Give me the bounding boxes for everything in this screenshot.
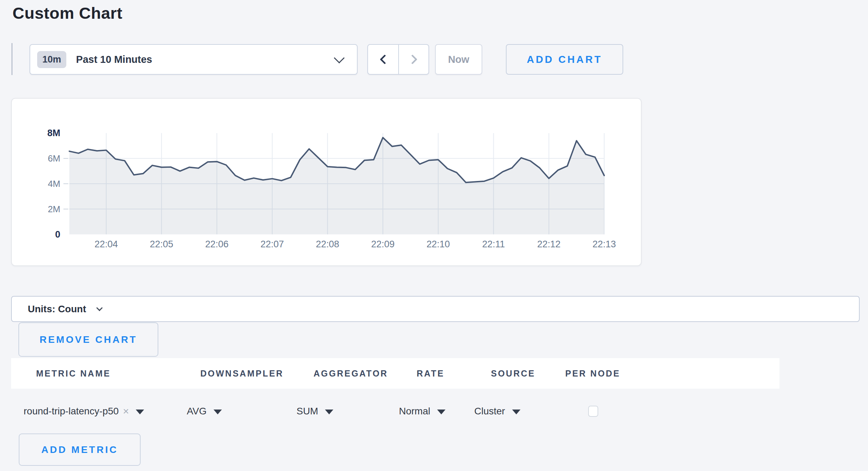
svg-text:6M: 6M — [48, 154, 60, 163]
time-range-badge: 10m — [37, 51, 66, 68]
chevron-down-icon — [96, 305, 102, 311]
column-header-downsampler: DOWNSAMPLER — [200, 369, 284, 379]
time-range-label: Past 10 Minutes — [76, 54, 152, 65]
now-button[interactable]: Now — [435, 44, 482, 75]
chevron-down-icon — [334, 52, 344, 63]
svg-text:22:11: 22:11 — [482, 239, 505, 250]
column-header-rate: RATE — [417, 369, 444, 379]
svg-text:22:05: 22:05 — [150, 239, 173, 250]
custom-chart-page: Custom Chart 10m Past 10 Minutes Now ADD… — [0, 0, 868, 471]
rate-dropdown[interactable]: Normal — [399, 406, 445, 417]
chevron-right-icon — [407, 55, 417, 64]
svg-text:22:12: 22:12 — [537, 239, 560, 250]
caret-down-icon — [512, 410, 520, 414]
chevron-left-icon — [379, 55, 389, 64]
metric-name-value: round-trip-latency-p50 — [24, 406, 119, 417]
caret-down-icon — [437, 410, 445, 414]
source-value: Cluster — [474, 406, 505, 417]
svg-text:22:10: 22:10 — [426, 239, 450, 250]
svg-text:22:13: 22:13 — [593, 239, 616, 250]
toolbar-divider — [11, 43, 12, 75]
svg-text:22:09: 22:09 — [371, 239, 394, 250]
table-row: round-trip-latency-p50 × AVG SUM Normal … — [11, 389, 868, 434]
aggregator-value: SUM — [297, 406, 318, 417]
metric-name-dropdown[interactable]: round-trip-latency-p50 × — [24, 406, 144, 417]
svg-text:8M: 8M — [47, 128, 60, 138]
column-header-per-node: PER NODE — [565, 369, 620, 379]
metrics-table-header: METRIC NAME DOWNSAMPLER AGGREGATOR RATE … — [11, 358, 779, 389]
svg-text:22:06: 22:06 — [205, 239, 228, 250]
caret-down-icon — [325, 410, 333, 414]
svg-text:22:08: 22:08 — [316, 239, 339, 250]
page-title: Custom Chart — [12, 3, 123, 23]
column-header-metric-name: METRIC NAME — [36, 369, 111, 379]
column-header-aggregator: AGGREGATOR — [314, 369, 388, 379]
svg-text:2M: 2M — [48, 204, 60, 214]
time-nav-group — [367, 44, 429, 75]
time-forward-button[interactable] — [398, 45, 428, 74]
svg-text:22:07: 22:07 — [260, 239, 284, 250]
units-label: Units: Count — [28, 304, 86, 315]
chart-card: 22:0422:0522:0622:0722:0822:0922:1022:11… — [11, 98, 642, 266]
column-header-source: SOURCE — [491, 369, 535, 379]
add-chart-button[interactable]: ADD CHART — [506, 44, 623, 75]
remove-chart-button[interactable]: REMOVE CHART — [18, 322, 158, 357]
svg-text:0: 0 — [55, 229, 60, 240]
rate-value: Normal — [399, 406, 430, 417]
source-dropdown[interactable]: Cluster — [474, 406, 520, 417]
svg-text:22:04: 22:04 — [94, 239, 118, 250]
clear-metric-icon[interactable]: × — [123, 406, 129, 416]
units-bar: Units: Count — [11, 296, 860, 322]
time-back-button[interactable] — [368, 45, 398, 74]
add-metric-button[interactable]: ADD METRIC — [19, 433, 141, 466]
downsampler-dropdown[interactable]: AVG — [187, 406, 222, 417]
units-dropdown[interactable]: Units: Count — [28, 304, 102, 315]
time-range-dropdown[interactable]: 10m Past 10 Minutes — [30, 44, 358, 75]
downsampler-value: AVG — [187, 406, 207, 417]
timeseries-chart-svg[interactable]: 22:0422:0522:0622:0722:0822:0922:1022:11… — [12, 99, 641, 265]
caret-down-icon — [214, 410, 222, 414]
per-node-checkbox[interactable] — [588, 406, 598, 417]
caret-down-icon — [136, 410, 144, 414]
aggregator-dropdown[interactable]: SUM — [297, 406, 333, 417]
svg-text:4M: 4M — [48, 179, 60, 189]
